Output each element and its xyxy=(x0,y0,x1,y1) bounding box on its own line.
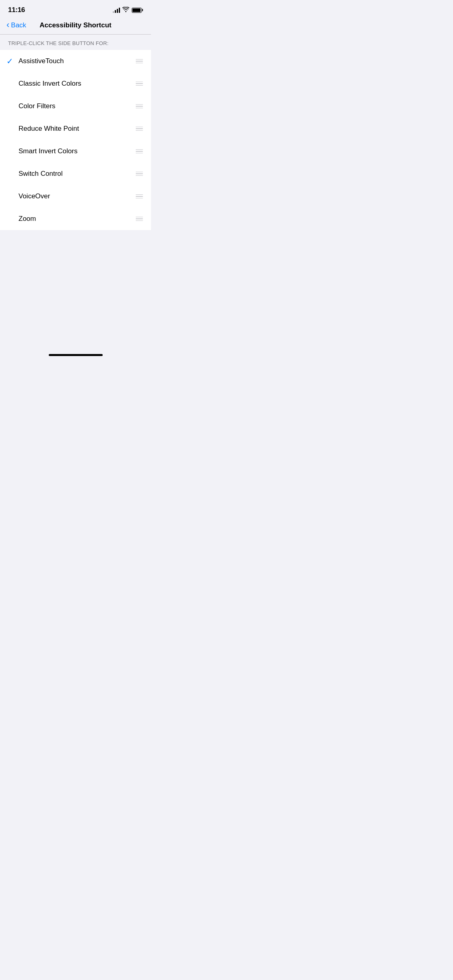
status-icons xyxy=(113,6,143,14)
section-header-label: TRIPLE-CLICK THE SIDE BUTTON FOR: xyxy=(8,40,109,46)
drag-handle-icon[interactable] xyxy=(134,103,145,110)
status-time: 11:16 xyxy=(8,6,25,14)
list-container: ✓AssistiveTouchClassic Invert ColorsColo… xyxy=(0,50,151,230)
back-label: Back xyxy=(11,21,26,29)
list-item[interactable]: VoiceOver xyxy=(0,185,151,208)
drag-handle-icon[interactable] xyxy=(134,215,145,223)
drag-handle-icon[interactable] xyxy=(134,80,145,88)
back-chevron-icon: ‹ xyxy=(6,21,9,29)
list-item[interactable]: Reduce White Point xyxy=(0,117,151,140)
item-label: VoiceOver xyxy=(19,192,134,200)
bottom-area xyxy=(0,230,151,351)
status-bar: 11:16 xyxy=(0,0,151,18)
drag-handle-icon[interactable] xyxy=(134,193,145,200)
item-label: Classic Invert Colors xyxy=(19,80,134,88)
nav-bar: ‹ Back Accessibility Shortcut xyxy=(0,18,151,34)
wifi-icon xyxy=(122,6,129,14)
back-button[interactable]: ‹ Back xyxy=(6,21,26,29)
list-item[interactable]: Color Filters xyxy=(0,95,151,117)
section-header: TRIPLE-CLICK THE SIDE BUTTON FOR: xyxy=(0,35,151,50)
list-item[interactable]: Smart Invert Colors xyxy=(0,140,151,163)
battery-icon xyxy=(132,8,143,13)
home-bar xyxy=(49,354,103,356)
item-label: Reduce White Point xyxy=(19,125,134,133)
checkmark-icon: ✓ xyxy=(6,56,19,66)
item-label: Switch Control xyxy=(19,170,134,178)
signal-icon xyxy=(113,7,120,13)
list-item[interactable]: Zoom xyxy=(0,208,151,230)
drag-handle-icon[interactable] xyxy=(134,170,145,178)
page: 11:16 xyxy=(0,0,151,359)
drag-handle-icon[interactable] xyxy=(134,125,145,133)
drag-handle-icon[interactable] xyxy=(134,58,145,65)
page-title: Accessibility Shortcut xyxy=(39,21,112,29)
item-label: Zoom xyxy=(19,215,134,223)
item-label: AssistiveTouch xyxy=(19,57,134,65)
drag-handle-icon[interactable] xyxy=(134,148,145,155)
list-item[interactable]: Switch Control xyxy=(0,163,151,185)
list-item[interactable]: Classic Invert Colors xyxy=(0,72,151,95)
list-item[interactable]: ✓AssistiveTouch xyxy=(0,50,151,72)
item-label: Color Filters xyxy=(19,102,134,110)
item-label: Smart Invert Colors xyxy=(19,147,134,155)
home-indicator xyxy=(0,351,151,359)
